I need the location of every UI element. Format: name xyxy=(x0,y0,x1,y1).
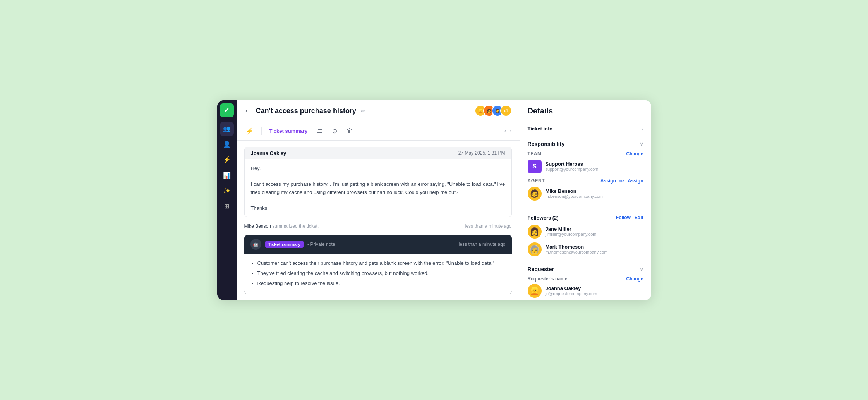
team-email: support@yourcompany.com xyxy=(546,167,599,172)
agent-actions: Assign me Assign xyxy=(600,178,643,184)
team-subsection-header: Team Change xyxy=(528,151,643,156)
chevron-right-icon: › xyxy=(642,126,643,132)
agent-subsection-header: Agent Assign me Assign xyxy=(528,178,643,184)
team-info: Support Heroes support@yourcompany.com xyxy=(546,161,599,172)
message-content: I can't access my purchase history... I'… xyxy=(251,180,505,197)
followers-title: Followers (2) xyxy=(528,215,559,221)
message-body: Hey, I can't access my purchase history.… xyxy=(245,159,511,217)
details-header: Details xyxy=(520,100,651,122)
agent-avatar: 🧔 xyxy=(528,187,542,201)
activity-action: summarized the ticket. xyxy=(272,223,319,229)
requester-change-button[interactable]: Change xyxy=(626,276,643,282)
bot-icon: 🤖 xyxy=(250,239,261,250)
followers-header: Followers (2) Follow Edit xyxy=(528,215,643,221)
follower-2-name: Mark Thomeson xyxy=(546,244,608,250)
archive-icon[interactable]: 🗃 xyxy=(315,126,324,136)
contacts-icon: 👤 xyxy=(223,141,231,148)
avatar-group: 👱 👩 🧔 +1 xyxy=(475,105,512,117)
requester-header: Requester ∨ xyxy=(528,266,643,272)
followers-actions: Follow Edit xyxy=(616,215,643,220)
follower-1-name: Jane Miller xyxy=(546,226,597,232)
avatar-overflow: +1 xyxy=(500,105,512,117)
agent-info: Mike Benson m.benson@yourcompany.com xyxy=(546,188,603,199)
responsibility-title: Responsibility xyxy=(528,141,565,147)
toolbar-divider xyxy=(261,127,262,135)
sidebar-item-automation[interactable]: ⚡ xyxy=(220,153,234,167)
assign-me-button[interactable]: Assign me xyxy=(600,178,624,184)
page-title: Can't access purchase history xyxy=(256,107,356,115)
alert-icon[interactable]: ⊙ xyxy=(331,126,339,136)
follower-2-email: m.thomeson@yourcompany.com xyxy=(546,250,608,254)
responsibility-chevron[interactable]: ∨ xyxy=(640,141,643,147)
agent-email: m.benson@yourcompany.com xyxy=(546,194,603,199)
activity-time: less than a minute ago xyxy=(465,223,512,229)
follower-row-2: 🧓 Mark Thomeson m.thomeson@yourcompany.c… xyxy=(528,242,643,256)
follower-2-info: Mark Thomeson m.thomeson@yourcompany.com xyxy=(546,244,608,254)
follower-1-info: Jane Miller j.miller@yourcompany.com xyxy=(546,226,597,237)
agent-row: 🧔 Mike Benson m.benson@yourcompany.com xyxy=(528,187,643,201)
conversation-area: Joanna Oakley 27 May 2025, 1:31 PM Hey, … xyxy=(237,141,520,300)
automation-icon: ⚡ xyxy=(223,156,231,163)
reports-icon: 📊 xyxy=(223,172,231,179)
requester-chevron[interactable]: ∨ xyxy=(640,266,643,272)
details-title: Details xyxy=(528,106,553,115)
requester-avatar: 👱 xyxy=(528,284,542,298)
ticket-summary-badge: Ticket summary xyxy=(265,241,304,248)
follow-button[interactable]: Follow xyxy=(616,215,631,220)
back-button[interactable]: ← xyxy=(244,107,251,115)
assign-button[interactable]: Assign xyxy=(628,178,643,184)
requester-info: Joanna Oakley jo@requestercompany.com xyxy=(546,285,597,296)
ticket-summary-tab[interactable]: Ticket summary xyxy=(268,127,309,135)
next-button[interactable]: › xyxy=(509,127,511,134)
note-bullet-1: Customer can't access their purchase his… xyxy=(257,259,506,268)
toolbar-nav: ‹ › xyxy=(504,127,512,134)
activity-item: Mike Benson summarized the ticket. less … xyxy=(244,222,512,230)
requester-title: Requester xyxy=(528,266,554,272)
prev-button[interactable]: ‹ xyxy=(504,127,506,134)
activity-actor: Mike Benson xyxy=(244,223,271,229)
followers-section: Followers (2) Follow Edit 👩 Jane Miller … xyxy=(520,210,651,261)
message-time: 27 May 2025, 1:31 PM xyxy=(458,150,505,156)
main-area: ← Can't access purchase history ✏ 👱 👩 🧔 … xyxy=(237,100,520,300)
edit-title-icon[interactable]: ✏ xyxy=(361,108,365,114)
agent-name: Mike Benson xyxy=(546,188,603,194)
requester-row: 👱 Joanna Oakley jo@requestercompany.com xyxy=(528,284,643,298)
message-sender: Joanna Oakley xyxy=(251,150,286,156)
private-note-header: 🤖 Ticket summary - Private note less tha… xyxy=(244,235,512,254)
sidebar-item-team[interactable]: 👥 xyxy=(220,122,234,136)
private-note: 🤖 Ticket summary - Private note less tha… xyxy=(244,235,512,294)
team-label: Team xyxy=(528,151,542,156)
sidebar-item-apps[interactable]: ⊞ xyxy=(220,199,234,213)
agent-label: Agent xyxy=(528,178,545,184)
follower-2-avatar: 🧓 xyxy=(528,242,542,256)
apps-icon: ⊞ xyxy=(224,203,229,210)
app-logo[interactable]: ✓ xyxy=(220,103,234,117)
team-change-button[interactable]: Change xyxy=(626,151,643,156)
lightning-icon[interactable]: ⚡ xyxy=(244,126,255,136)
private-note-body: Customer can't access their purchase his… xyxy=(244,254,512,294)
message-card: Joanna Oakley 27 May 2025, 1:31 PM Hey, … xyxy=(244,147,512,217)
team-icon: 👥 xyxy=(223,125,231,132)
ticket-info-label: Ticket info xyxy=(528,126,553,132)
sidebar-item-ai[interactable]: ✨ xyxy=(220,184,234,198)
sidebar-item-contacts[interactable]: 👤 xyxy=(220,137,234,151)
requester-name-section: Requester's name Change 👱 Joanna Oakley … xyxy=(528,276,643,298)
ticket-info-row[interactable]: Ticket info › xyxy=(520,122,651,136)
trash-icon[interactable]: 🗑 xyxy=(345,126,354,136)
requester-email: jo@requestercompany.com xyxy=(546,291,597,296)
note-bullet-2: They've tried clearing the cache and swi… xyxy=(257,269,506,278)
requester-section: Requester ∨ Requester's name Change 👱 Jo… xyxy=(520,261,651,300)
ticket-header: ← Can't access purchase history ✏ 👱 👩 🧔 … xyxy=(237,100,520,122)
team-name: Support Heroes xyxy=(546,161,599,167)
sidebar-item-reports[interactable]: 📊 xyxy=(220,168,234,182)
edit-followers-button[interactable]: Edit xyxy=(635,215,643,220)
requester-name-label: Requester's name xyxy=(528,276,568,282)
message-header: Joanna Oakley 27 May 2025, 1:31 PM xyxy=(245,147,511,159)
team-avatar: S xyxy=(528,160,542,173)
follower-row-1: 👩 Jane Miller j.miller@yourcompany.com xyxy=(528,225,643,239)
ai-icon: ✨ xyxy=(223,187,231,194)
follower-1-email: j.miller@yourcompany.com xyxy=(546,232,597,237)
team-row: S Support Heroes support@yourcompany.com xyxy=(528,160,643,173)
team-subsection: Team Change S Support Heroes support@you… xyxy=(528,151,643,173)
agent-subsection: Agent Assign me Assign 🧔 Mike Benson m.b… xyxy=(528,178,643,201)
